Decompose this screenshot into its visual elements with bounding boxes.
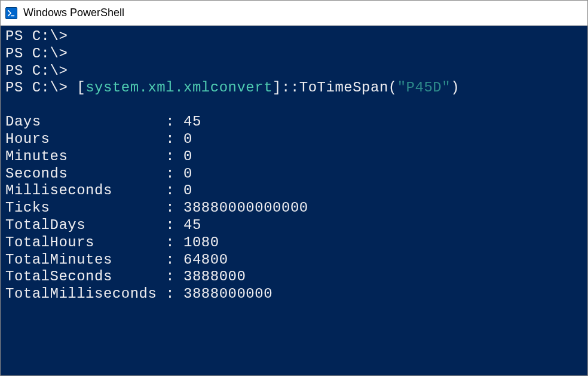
bracket-close: ] — [272, 80, 281, 96]
output-row: TotalDays : 45 — [5, 217, 583, 234]
bracket-open: [ — [76, 80, 85, 96]
paren-close: ) — [451, 80, 460, 96]
prompt-line: PS C:\> — [5, 45, 583, 63]
terminal-area[interactable]: PS C:\> PS C:\> PS C:\> PS C:\> [system.… — [1, 26, 587, 375]
prompt-text: PS C:\> — [5, 45, 68, 62]
output-row: Ticks : 38880000000000 — [5, 200, 583, 217]
output-row: TotalMinutes : 64800 — [5, 252, 583, 269]
output-row: Days : 45 — [5, 114, 583, 131]
window-title: Windows PowerShell — [23, 7, 124, 19]
prompt-line: PS C:\> — [5, 63, 583, 80]
output-row: Hours : 0 — [5, 131, 583, 148]
prompt-text: PS C:\> — [5, 28, 68, 44]
type-name: system.xml.xmlconvert — [85, 80, 272, 96]
powershell-icon — [5, 7, 17, 19]
method-call: ::ToTimeSpan( — [281, 80, 397, 96]
output-row: TotalSeconds : 3888000 — [5, 268, 583, 286]
output-row: Minutes : 0 — [5, 148, 583, 166]
output-row: TotalMilliseconds : 3888000000 — [5, 286, 583, 303]
command-line: PS C:\> [system.xml.xmlconvert]::ToTimeS… — [5, 80, 583, 97]
prompt-line: PS C:\> — [5, 28, 583, 45]
output-row: TotalHours : 1080 — [5, 234, 583, 252]
output-row: Milliseconds : 0 — [5, 182, 583, 200]
titlebar[interactable]: Windows PowerShell — [1, 1, 587, 26]
command-output: Days : 45Hours : 0Minutes : 0Seconds : 0… — [5, 114, 583, 303]
prompt-text: PS C:\> — [5, 80, 76, 96]
prompt-text: PS C:\> — [5, 63, 68, 79]
output-row: Seconds : 0 — [5, 166, 583, 183]
string-arg: "P45D" — [397, 80, 451, 96]
